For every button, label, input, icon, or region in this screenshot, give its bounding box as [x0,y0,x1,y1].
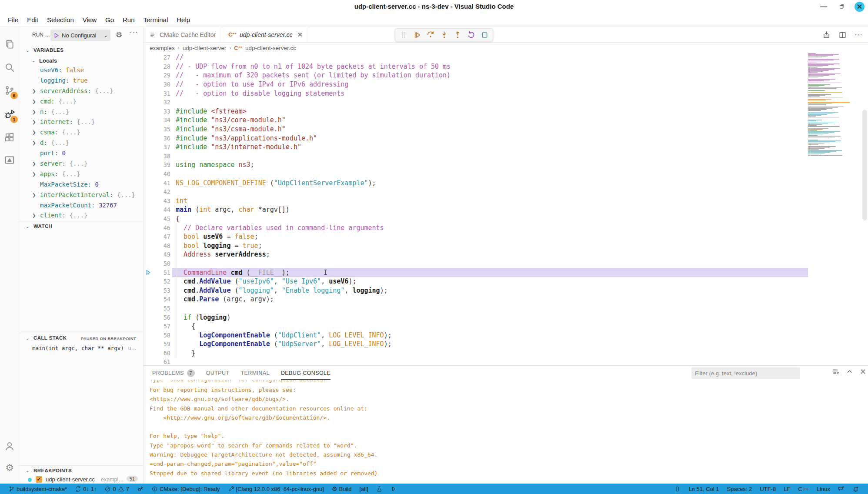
code-line-49[interactable]: 49 Address serverAddress; [144,250,868,259]
code-line-57[interactable]: 57 { [144,322,868,331]
panel-tab-terminal[interactable]: TERMINAL [240,367,269,380]
status-indentation[interactable]: Spaces: 2 [723,484,756,494]
tab-udp-client-server-cc[interactable]: C++udp-client-server.cc✕ [222,27,309,42]
stack-frame[interactable]: main(int argc, char ** argv)u… [32,345,136,351]
run-below-icon[interactable] [822,31,831,39]
line-number[interactable]: 42 [153,188,170,195]
breakpoint-gutter[interactable] [144,178,153,187]
line-number[interactable]: 41 [153,180,170,187]
code-line-54[interactable]: 54 cmd.Parse (argc, argv); [144,295,868,304]
menu-item-view[interactable]: View [78,14,101,25]
breadcrumb-item[interactable]: udp-client-server.cc [245,45,296,51]
variable-row-useV6[interactable]: useV6: false [19,65,143,76]
chevron-right-icon[interactable]: ❯ [32,169,36,180]
code-line-27[interactable]: 27// [144,53,868,62]
gear-icon[interactable]: ⚙ [116,30,122,40]
breakpoint-gutter[interactable] [144,330,153,340]
breakpoint-gutter[interactable] [144,232,153,241]
code-line-40[interactable]: 40 [144,170,868,179]
code-line-59[interactable]: 59 LogComponentEnable ("UdpServer", LOG_… [144,340,868,349]
panel-tab-problems[interactable]: PROBLEMS7 [152,366,195,381]
breakpoint-gutter[interactable] [144,152,153,161]
status-feedback[interactable] [834,484,848,494]
activity-item-run-debug[interactable]: 1 [0,104,19,125]
breakpoint-gutter[interactable] [144,160,153,170]
chevron-right-icon[interactable]: ❯ [32,159,36,169]
variable-row-MaxPacketSize[interactable]: MaxPacketSize: 0 [19,180,143,190]
line-number[interactable]: 53 [153,287,170,294]
menu-item-edit[interactable]: Edit [23,14,43,25]
variable-row-apps[interactable]: ❯apps: {...} [19,169,143,180]
line-number[interactable]: 55 [153,305,170,312]
line-number[interactable]: 44 [153,206,170,213]
breakpoint-gutter[interactable] [144,71,153,80]
code-line-48[interactable]: 48 bool logging = true; [144,241,868,250]
line-number[interactable]: 38 [153,153,170,160]
close-panel-icon[interactable] [859,368,867,375]
line-number[interactable]: 43 [153,197,170,204]
line-number[interactable]: 39 [153,161,170,168]
activity-item-extensions[interactable] [0,127,19,148]
close-icon[interactable]: ✕ [855,2,865,12]
console-filter-input[interactable] [691,367,800,379]
breakpoint-gutter[interactable] [144,250,153,259]
breakpoint-gutter[interactable] [144,313,153,322]
tab-cmake-cache-editor[interactable]: CMake Cache Editor [144,27,222,42]
step-out-button[interactable] [453,30,462,40]
variables-section-header[interactable]: ⌄ VARIABLES [19,45,143,56]
breakpoint-gutter[interactable] [144,89,153,98]
line-number[interactable]: 61 [153,358,170,365]
breakpoints-section-header[interactable]: ⌄ BREAKPOINTS [19,465,143,476]
line-number[interactable]: 60 [153,350,170,357]
activity-item-settings[interactable]: ⚙ [0,457,19,478]
restart-button[interactable] [466,30,476,40]
status-debug-status[interactable] [133,484,147,494]
line-number[interactable]: 33 [153,108,170,115]
line-number[interactable]: 28 [153,63,170,70]
code-line-29[interactable]: 29// - maximum of 320 packets sent (or l… [144,71,868,80]
variable-row-port[interactable]: port: 0 [19,148,143,159]
menu-item-terminal[interactable]: Terminal [139,14,173,25]
code-line-28[interactable]: 28// - UDP flow from n0 to n1 of 1024 by… [144,62,868,71]
split-editor-icon[interactable] [838,31,847,39]
code-line-31[interactable]: 31// - option to disable logging stateme… [144,89,868,98]
step-into-button[interactable] [439,30,449,40]
panel-tab-output[interactable]: OUTPUT [206,367,230,380]
clear-console-icon[interactable] [832,368,840,375]
breakpoint-gutter[interactable] [144,277,153,286]
menu-item-selection[interactable]: Selection [43,14,78,25]
panel-tab-debug-console[interactable]: DEBUG CONSOLE [281,367,331,380]
breakpoint-gutter[interactable] [144,241,153,250]
chevron-right-icon[interactable]: ❯ [32,190,36,200]
debug-console-output[interactable]: Type "show configuration" for configurat… [150,381,859,484]
variable-row-n[interactable]: ❯n: {...} [19,107,143,117]
debug-config-dropdown[interactable]: No Configural ⌄ [50,30,110,41]
status-build-target[interactable]: [all] [355,484,372,494]
breakpoint-gutter[interactable] [144,134,153,143]
chevron-right-icon[interactable]: ❯ [32,86,36,97]
minimap[interactable] [808,53,850,166]
menu-item-run[interactable]: Run [118,14,139,25]
close-tab-icon[interactable]: ✕ [296,31,303,39]
line-number[interactable]: 29 [153,72,170,79]
chevron-up-icon[interactable] [846,368,853,375]
line-number[interactable]: 57 [153,323,170,330]
breakpoint-gutter[interactable] [144,125,153,134]
breakpoint-gutter[interactable] [144,62,153,71]
line-number[interactable]: 54 [153,296,170,303]
status-screencast-indicator[interactable] [670,484,684,494]
maximize-icon[interactable] [836,1,848,12]
breakpoint-gutter[interactable] [144,223,153,232]
activity-item-test-window[interactable] [0,150,19,170]
line-number[interactable]: 31 [153,90,170,97]
line-number[interactable]: 37 [153,144,170,150]
status-cmake-status[interactable]: CMake: [Debug]: Ready [147,484,224,494]
chevron-right-icon[interactable]: ❯ [32,117,36,127]
variable-row-interPacketInterval[interactable]: ❯interPacketInterval: {...} [19,190,143,200]
continue-button[interactable] [412,30,422,40]
code-line-51[interactable]: 51 CommandLine cmd (__FILE__); [144,268,868,277]
menu-item-help[interactable]: Help [172,14,194,25]
variable-row-server[interactable]: ❯server: {...} [19,159,143,169]
chevron-right-icon[interactable]: ❯ [32,127,36,138]
code-line-55[interactable]: 55 [144,304,868,313]
